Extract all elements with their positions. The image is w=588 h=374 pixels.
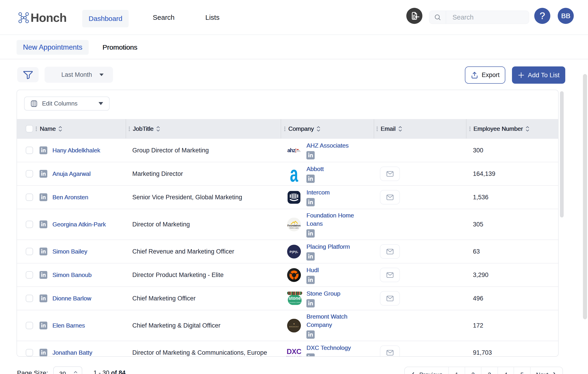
svg-text:✦: ✦ bbox=[293, 322, 295, 325]
svg-text:P|P|L: P|P|L bbox=[290, 250, 299, 253]
svg-text:Home Loans: Home Loans bbox=[289, 227, 299, 229]
svg-text:Foundation: Foundation bbox=[287, 224, 300, 227]
svg-text:BREMONT: BREMONT bbox=[289, 326, 299, 327]
